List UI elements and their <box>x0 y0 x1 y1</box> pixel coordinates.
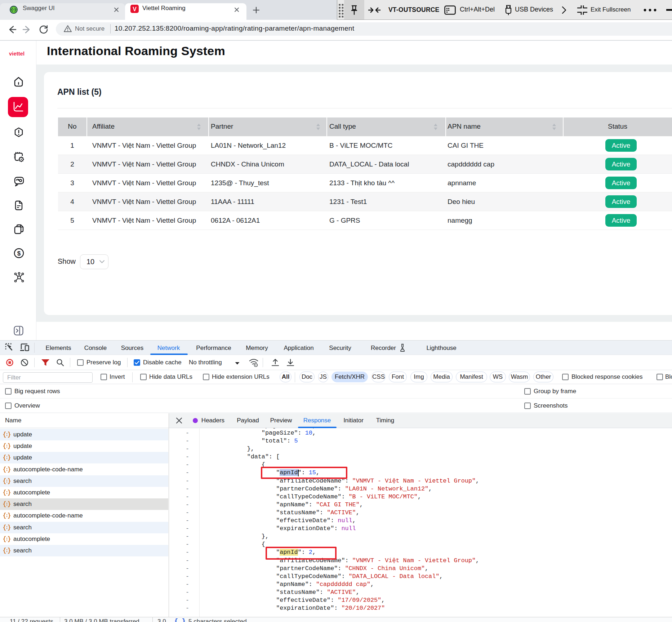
svg-text:$: $ <box>17 250 21 257</box>
svg-text:V: V <box>133 6 137 12</box>
